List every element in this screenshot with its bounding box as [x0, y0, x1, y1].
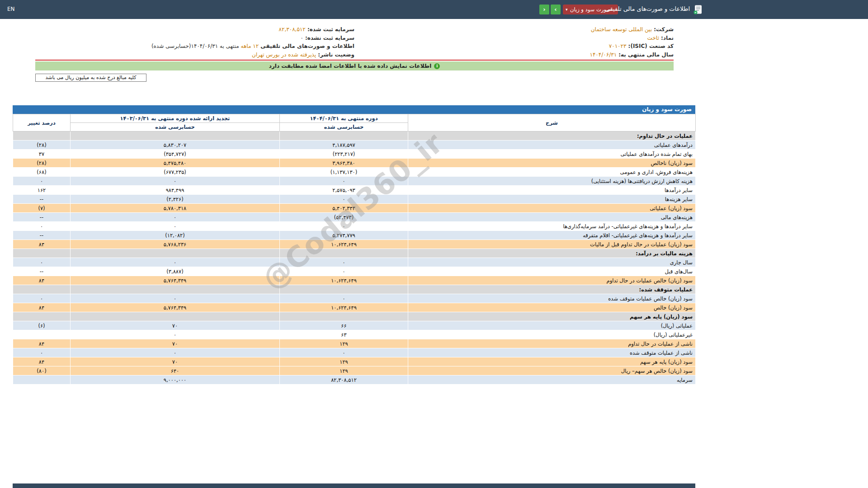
- table-row: سود (زیان) عملیاتی۵,۴۰۲,۳۴۳۵,۷۸۰,۳۱۸(۷): [13, 204, 696, 213]
- column-header-current-period: دوره منتهی به ۱۴۰۴/۰۶/۳۱: [280, 114, 408, 123]
- cell-restated: ۷۰: [71, 321, 280, 330]
- cell-restated: ۵,۸۳۰,۲۰۷: [71, 141, 280, 150]
- table-row: سرمایه۸۲,۳۰۸,۵۱۲۹,۰۰۰,۰۰۰: [13, 375, 696, 385]
- table-header-row: شرح دوره منتهی به ۱۴۰۴/۰۶/۳۱ تجدید ارائه…: [13, 114, 696, 123]
- table-section-row: هزینه مالیات بر درآمد:: [13, 249, 696, 258]
- cell-change: ۰: [13, 294, 71, 303]
- row-label: سود (زیان) خالص: [408, 303, 696, 312]
- table-section-row: سود (زیان) پایه هر سهم: [13, 312, 696, 321]
- cell-restated: (۳۵۴,۷۲۷): [71, 150, 280, 159]
- cell-change: --: [13, 231, 71, 240]
- cell-change: --: [13, 213, 71, 222]
- cell-current: ۰: [280, 195, 408, 204]
- next-statement-button[interactable]: ›: [539, 5, 549, 14]
- cell-restated: ۵,۷۶۴,۳۴۹: [71, 276, 280, 285]
- table-row: سال جاری۰۰۰: [13, 258, 696, 267]
- company-info-row: سرمایه ثبت نشده: ۰: [35, 34, 354, 42]
- table-row: هزینه کاهش ارزش دریافتنی‌ها (هزینه استثن…: [13, 177, 696, 186]
- next-section-header-bar: [13, 483, 695, 488]
- cell-current: ۶۳: [280, 330, 408, 339]
- table-row: سایر هزینه‌ها۰(۲,۴۲۶)--: [13, 195, 696, 204]
- cell-current: ۵,۲۷۴,۷۷۹: [280, 231, 408, 240]
- cell-change: ۳۷: [13, 150, 71, 159]
- cell-current: (۲۲۳,۲۱۷): [280, 150, 408, 159]
- language-toggle-en[interactable]: EN: [7, 6, 15, 12]
- cell-current: ۰: [280, 177, 408, 186]
- subheader-audited-restated: حسابرسی شده: [71, 123, 280, 131]
- cell-change: (۷): [13, 204, 71, 213]
- table-row: عملیاتی (ریال)۶۶۷۰(۶): [13, 321, 696, 330]
- previous-statement-button[interactable]: ‹: [551, 5, 561, 14]
- cell-current: (۱,۱۳۷,۱۳۰): [280, 168, 408, 177]
- cell-restated: ۷۰: [71, 339, 280, 348]
- column-header-description: شرح: [408, 114, 696, 131]
- cell-current: ۱۰,۶۲۴,۶۴۹: [280, 276, 408, 285]
- chevron-left-icon: ‹: [554, 6, 557, 13]
- cell-restated: (۱۲,۰۸۲): [71, 231, 280, 240]
- table-row: سود (زیان) خالص هر سهم– ریال۱۲۹۶۴۰(۸۰): [13, 366, 696, 375]
- cell-restated: ۷۰: [71, 357, 280, 366]
- cell-change: [13, 131, 71, 141]
- cell-change: (۶): [13, 321, 71, 330]
- subheader-audited-current: حسابرسی شده: [280, 123, 408, 131]
- page-title: اطلاعات و صورت‌های مالی تلفیقی: [601, 5, 690, 12]
- cell-change: [13, 375, 71, 385]
- units-note-box: کلیه مبالغ درج شده به میلیون ریال می باش…: [35, 74, 146, 82]
- profit-loss-table: شرح دوره منتهی به ۱۴۰۴/۰۶/۳۱ تجدید ارائه…: [13, 114, 696, 385]
- row-label: سود (زیان) عملیات در حال تداوم قبل از ما…: [408, 240, 696, 249]
- cell-change: (۲۸): [13, 141, 71, 150]
- table-title-bar: صورت سود و زیان: [13, 105, 695, 114]
- cell-current: ۶۶: [280, 321, 408, 330]
- row-label: هزینه‌های فروش، اداری و عمومی: [408, 168, 696, 177]
- row-label: سال جاری: [408, 258, 696, 267]
- cell-change: ۸۴: [13, 276, 71, 285]
- table-row: بهای تمام شده درآمدهای عملیاتی(۲۲۳,۲۱۷)(…: [13, 150, 696, 159]
- table-row: سایر درآمدها۲,۵۷۵,۰۹۳۹۸۴,۴۹۹۱۶۲: [13, 186, 696, 195]
- cell-restated: ۰: [71, 213, 280, 222]
- table-row: سال‌های قبل۰(۳,۸۸۷)--: [13, 267, 696, 276]
- cell-restated: ۶۴۰: [71, 366, 280, 375]
- table-row: غیرعملیاتی (ریال)۶۳۰: [13, 330, 696, 339]
- cell-change: ۸۴: [13, 339, 71, 348]
- cell-restated: ۰: [71, 294, 280, 303]
- table-row: هزینه‌های فروش، اداری و عمومی(۱,۱۳۷,۱۳۰)…: [13, 168, 696, 177]
- cell-restated: [71, 249, 280, 258]
- cell-change: ۸۴: [13, 303, 71, 312]
- company-info-row: سال مالی منتهی به: ۱۴۰۴/۰۶/۳۱: [354, 51, 674, 59]
- cell-current: ۰: [280, 258, 408, 267]
- table-row: درآمدهای عملیاتی۴,۱۸۷,۵۹۷۵,۸۳۰,۲۰۷(۲۸): [13, 141, 696, 150]
- cell-restated: ۰: [71, 258, 280, 267]
- chevron-right-icon: ›: [543, 6, 545, 13]
- table-row: سود (زیان) خالص عملیات در حال تداوم۱۰,۶۲…: [13, 276, 696, 285]
- cell-current: ۰: [280, 348, 408, 357]
- company-info-row: کد صنعت (ISIC): ۷۰۱۰۲۳: [354, 42, 674, 51]
- info-circle-icon: i: [434, 63, 440, 69]
- cell-change: --: [13, 267, 71, 276]
- table-row: هزینه‌های مالی(۵۲,۴۷۳)۰--: [13, 213, 696, 222]
- cell-current: ۱۰,۶۲۴,۶۴۹: [280, 303, 408, 312]
- row-label: هزینه مالیات بر درآمد:: [408, 249, 696, 258]
- cell-restated: [71, 131, 280, 141]
- row-label: سایر درآمدها: [408, 186, 696, 195]
- cell-restated: ۵,۷۶۴,۳۴۹: [71, 303, 280, 312]
- table-row: سود (زیان) خالص۱۰,۶۲۴,۶۴۹۵,۷۶۴,۳۴۹۸۴: [13, 303, 696, 312]
- cell-current: ۰: [280, 294, 408, 303]
- cell-change: [13, 285, 71, 294]
- chevron-down-icon: ▾: [566, 5, 568, 14]
- cell-current: ۰: [280, 222, 408, 231]
- table-row: سود (زیان) خالص عملیات متوقف شده۰۰۰: [13, 294, 696, 303]
- cell-current: ۴,۱۸۷,۵۹۷: [280, 141, 408, 150]
- cell-current: [280, 312, 408, 321]
- company-info-row: نماد: ثاخت: [354, 34, 674, 42]
- table-row: سود (زیان) پایه هر سهم۱۲۹۷۰۸۴: [13, 357, 696, 366]
- cell-change: ۰: [13, 222, 71, 231]
- cell-restated: ۵,۴۷۵,۴۸۰: [71, 159, 280, 168]
- table-section-row: عملیات در حال تداوم:: [13, 131, 696, 141]
- company-info-panel: شرکت: بین المللی توسعه ساختمان نماد: ثاخ…: [35, 25, 674, 61]
- company-info-row: سرمایه ثبت شده: ۸۲,۳۰۸,۵۱۲: [35, 25, 354, 34]
- company-info-column-left: سرمایه ثبت شده: ۸۲,۳۰۸,۵۱۲ سرمایه ثبت نش…: [35, 25, 354, 59]
- row-label: عملیاتی (ریال): [408, 321, 696, 330]
- cell-change: (۸۰): [13, 366, 71, 375]
- cell-current: ۸۲,۳۰۸,۵۱۲: [280, 375, 408, 385]
- cell-change: ۸۴: [13, 240, 71, 249]
